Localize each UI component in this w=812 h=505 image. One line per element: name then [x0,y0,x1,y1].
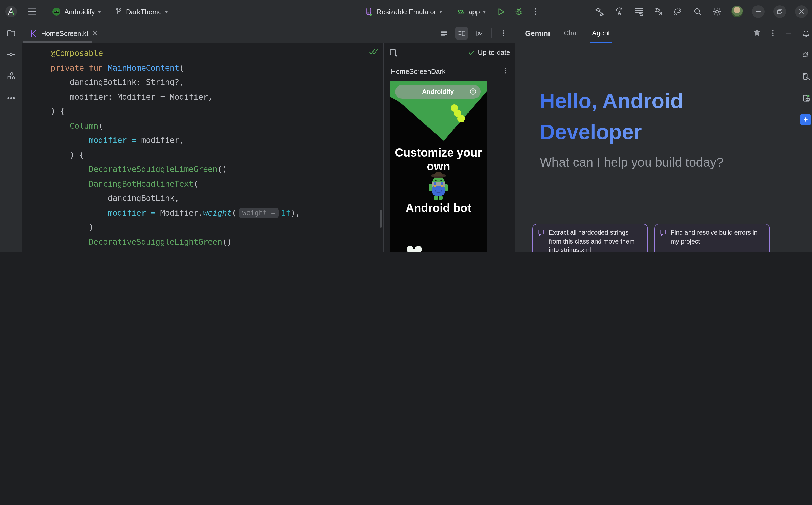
suggestion-card[interactable]: Extract all hardcoded strings from this … [533,223,648,252]
debug-button[interactable] [512,5,526,18]
project-selector[interactable]: Androidify ▾ [52,7,101,16]
code-line: DecorativeSquiggleLightGreen() [51,235,383,249]
tab-options-kebab-icon[interactable] [497,27,510,39]
editor-scrollbar[interactable] [380,210,382,228]
run-controls: Resizable Emulator ▾ app ▾ [364,0,543,23]
split-view-icon[interactable] [455,27,468,39]
tab-chat[interactable]: Chat [564,23,578,43]
code-lines: @Composableprivate fun MainHomeContent( … [22,43,383,252]
code-line: modifier = modifier, [51,133,383,148]
tab-agent[interactable]: Agent [592,23,610,43]
clear-chat-trash-icon[interactable] [753,29,761,37]
run-config-name: app [469,8,480,16]
ai-transform-icon[interactable] [614,6,625,17]
gemini-panel-title: Gemini [525,29,550,37]
preview-product: Android bot [390,201,487,215]
gradle-sync-icon[interactable] [673,6,683,17]
more-tools-icon[interactable] [6,93,16,103]
code-line: @Composable [51,46,383,61]
inspections-ok-icon[interactable] [368,47,378,56]
main-toolbar: Androidify ▾ DarkTheme ▾ Resizable Emula… [0,0,812,24]
commit-tool-icon[interactable] [6,49,16,59]
minimize-button[interactable] [752,5,765,18]
profiler-icon[interactable] [634,6,644,17]
branch-icon [114,7,123,16]
tab-scrollbar[interactable] [23,41,92,43]
code-line: modifier: Modifier = Modifier, [51,90,383,105]
hide-panel-icon[interactable] [785,29,793,37]
attach-debugger-icon[interactable] [653,6,664,17]
code-line: ) [51,220,383,235]
chevron-down-icon: ▾ [439,9,442,14]
code-view-icon[interactable] [437,27,450,39]
branch-name: DarkTheme [126,8,162,16]
device-icon [364,7,373,16]
editor-view-modes [437,27,515,39]
suggestion-card[interactable]: Find and resolve build errors in my proj… [654,223,770,252]
check-icon [468,49,475,56]
more-actions-icon[interactable] [529,5,543,18]
left-tool-strip [0,23,23,252]
code-line: ) { [51,148,383,162]
close-tab-icon[interactable]: ✕ [92,29,97,37]
hamburger-menu-icon[interactable] [25,5,39,18]
tab-homescreen-kt[interactable]: HomeScreen.kt ✕ [22,23,103,43]
android-bot-image [424,171,453,203]
chevron-down-icon: ▾ [483,9,486,14]
editor-tab-bar: HomeScreen.kt ✕ [22,23,515,44]
android-head-icon [456,7,465,16]
info-icon[interactable] [469,88,477,96]
device-name: Resizable Emulator [377,8,436,16]
vcs-branch-selector[interactable]: DarkTheme ▾ [114,7,168,16]
compose-preview-panel: Up-to-date HomeScreenDark ⋮ Androidify C… [383,43,515,252]
chevron-down-icon: ▾ [165,9,168,14]
device-selector[interactable]: Resizable Emulator ▾ [364,7,442,16]
close-button[interactable] [795,5,808,18]
prompt-bubble-icon [538,229,545,236]
gemini-greeting: Hello, Android Developer [540,86,683,148]
preview-name-dark[interactable]: HomeScreenDark [391,67,446,75]
kotlin-file-icon [29,29,37,37]
preview-headline: Customize your own [390,146,487,173]
preview-kebab-icon[interactable]: ⋮ [502,66,509,74]
build-icon[interactable] [595,6,605,17]
notifications-bell-icon[interactable] [801,29,810,38]
code-line: DancingBotHeadlineText( [51,177,383,191]
code-line: DecorativeSquiggleLimeGreen() [51,162,383,177]
code-editor[interactable]: @Composableprivate fun MainHomeContent( … [22,43,383,252]
right-tool-strip [799,23,812,252]
avatar[interactable] [731,6,743,17]
resource-manager-icon[interactable] [6,71,16,80]
code-line: } [51,249,383,252]
app-logo-icon [4,5,18,18]
gemini-options-kebab-icon[interactable] [769,29,777,37]
code-line: private fun MainHomeContent( [51,61,383,75]
code-line: Column( [51,119,383,133]
preview-layout-icon[interactable] [389,48,398,57]
gemini-tool-icon[interactable] [800,114,811,126]
device-manager-icon[interactable] [801,72,810,81]
preview-app-bar: Androidify [395,85,481,99]
run-button[interactable] [494,5,508,18]
gradle-tool-icon[interactable] [801,51,810,59]
design-view-icon[interactable] [473,27,486,39]
toolbar-right [595,5,812,18]
chevron-down-icon: ▾ [98,9,101,14]
prompt-bubble-icon [660,229,667,236]
running-devices-icon[interactable] [801,94,810,103]
settings-gear-icon[interactable] [712,6,722,17]
code-line: dancingBotLink: String?, [51,75,383,90]
preview-toolbar: Up-to-date [383,43,515,62]
preview-card-homescreendark[interactable]: Androidify Customize your own Android b [390,80,487,252]
search-icon[interactable] [692,6,703,17]
android-studio-window: Androidify ▾ DarkTheme ▾ Resizable Emula… [0,0,812,252]
project-tool-icon[interactable] [6,28,16,38]
code-line: ) { [51,105,383,119]
androidify-logo-icon [52,7,61,16]
divider [491,28,492,38]
gemini-suggestions: Extract all hardcoded strings from this … [533,223,770,252]
run-config-selector[interactable]: app ▾ [456,7,486,16]
preview-status: Up-to-date [468,48,510,56]
gemini-header: Gemini Chat Agent [515,23,799,43]
restore-button[interactable] [774,5,786,18]
